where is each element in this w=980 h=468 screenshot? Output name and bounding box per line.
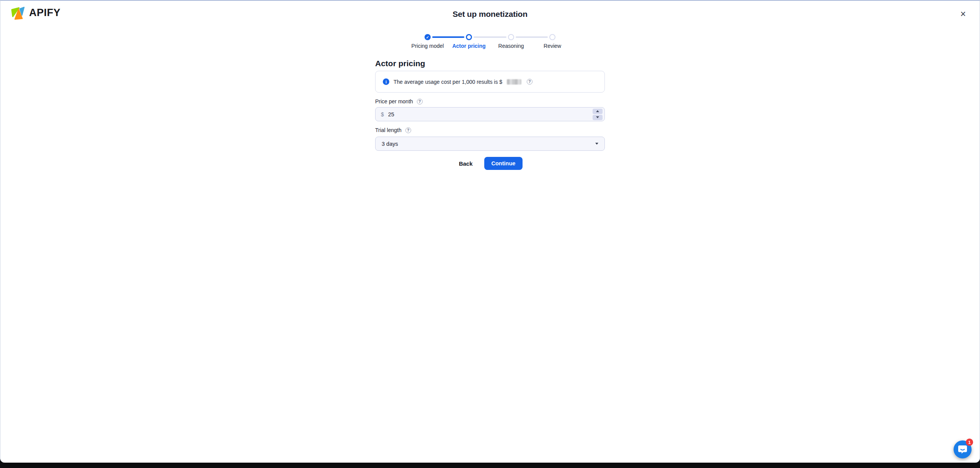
notification-badge: 1 bbox=[966, 439, 973, 446]
chat-bubble-icon bbox=[958, 445, 967, 454]
chevron-down-icon bbox=[595, 143, 598, 145]
price-input[interactable] bbox=[388, 111, 599, 117]
price-per-month-label-text: Price per month bbox=[375, 98, 413, 104]
help-icon[interactable]: ? bbox=[405, 127, 411, 133]
trial-length-label-text: Trial length bbox=[375, 127, 402, 133]
number-stepper bbox=[593, 109, 603, 120]
redacted-value bbox=[507, 79, 521, 85]
back-button[interactable]: Back bbox=[457, 158, 474, 169]
info-banner-text: The average usage cost per 1,000 results… bbox=[394, 79, 502, 85]
currency-prefix: $ bbox=[381, 111, 384, 117]
section-heading: Actor pricing bbox=[375, 59, 425, 68]
trial-length-label: Trial length ? bbox=[375, 127, 411, 133]
decrement-button[interactable] bbox=[593, 115, 603, 120]
price-per-month-field: $ bbox=[375, 107, 605, 121]
arrow-down-icon bbox=[596, 116, 599, 118]
trial-length-value: 3 days bbox=[382, 141, 398, 147]
average-cost-info-banner: i The average usage cost per 1,000 resul… bbox=[375, 71, 605, 93]
info-icon: i bbox=[383, 78, 389, 85]
continue-button[interactable]: Continue bbox=[484, 157, 523, 170]
increment-button[interactable] bbox=[593, 109, 603, 114]
close-icon[interactable]: × bbox=[959, 8, 967, 20]
form-content: Actor pricing i The average usage cost p… bbox=[375, 1, 605, 463]
arrow-up-icon bbox=[596, 110, 599, 112]
price-per-month-label: Price per month ? bbox=[375, 98, 423, 104]
trial-length-select[interactable]: 3 days bbox=[375, 137, 605, 151]
form-actions: Back Continue bbox=[375, 157, 605, 170]
monetization-modal: APIFY Set up monetization × ✓ Pricing mo… bbox=[0, 0, 980, 463]
help-icon[interactable]: ? bbox=[527, 79, 532, 85]
help-icon[interactable]: ? bbox=[417, 99, 423, 104]
chat-widget: 1 bbox=[954, 440, 972, 458]
